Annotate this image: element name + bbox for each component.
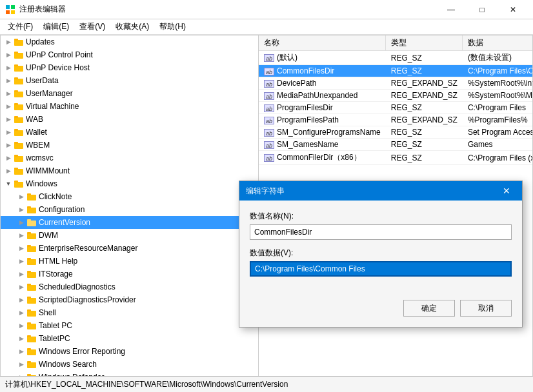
expand-icon[interactable]: ▶ — [16, 256, 26, 266]
reg-type-icon: ab — [264, 104, 274, 112]
expand-icon[interactable]: ▶ — [16, 359, 26, 369]
tree-item-label: EnterpriseResourceManager — [39, 244, 137, 253]
svg-rect-0 — [6, 5, 10, 9]
reg-data: C:\Program Files (x86)\Common Files — [463, 151, 532, 165]
tree-item-userdata[interactable]: ▶UserData — [1, 74, 258, 87]
tree-item-windows-defender[interactable]: ▶Windows Defender — [1, 371, 258, 376]
expand-icon[interactable]: ▶ — [3, 101, 14, 112]
expand-icon[interactable]: ▶ — [16, 372, 26, 376]
tree-item-upnp-device[interactable]: ▶UPnP Device Host — [1, 61, 258, 74]
tree-item-tablet-pc[interactable]: ▶Tablet PC — [1, 319, 258, 332]
expand-icon[interactable]: ▶ — [3, 114, 14, 124]
folder-icon — [26, 205, 37, 214]
menu-view[interactable]: 查看(V) — [74, 20, 110, 34]
tree-item-clicknote[interactable]: ▶ClickNote — [1, 190, 258, 203]
svg-rect-47 — [27, 309, 31, 311]
menu-favorites[interactable]: 收藏夹(A) — [110, 20, 154, 34]
table-row[interactable]: abMediaPathUnexpandedREG_EXPAND_SZ%Syste… — [259, 90, 532, 102]
expand-icon[interactable]: ▶ — [16, 204, 26, 215]
close-button[interactable]: ✕ — [498, 0, 528, 19]
svg-rect-4 — [14, 40, 23, 46]
expand-icon[interactable]: ▶ — [16, 243, 26, 253]
tree-item-html-help[interactable]: ▶HTML Help — [1, 255, 258, 268]
tree-item-configuration[interactable]: ▶Configuration — [1, 203, 258, 216]
svg-rect-23 — [14, 155, 18, 157]
expand-icon[interactable]: ▶ — [3, 166, 14, 176]
table-row[interactable]: abCommonFilesDirREG_SZC:\Program Files\C… — [259, 65, 532, 77]
tree-item-dwm[interactable]: ▶DWM — [1, 229, 258, 242]
name-input[interactable] — [250, 224, 512, 240]
reg-name: abSM_ConfigureProgramsName — [259, 126, 386, 139]
expand-icon[interactable]: ▶ — [3, 50, 14, 60]
folder-icon — [26, 308, 37, 317]
dialog-close-button[interactable]: ✕ — [498, 182, 516, 200]
tree-item-wcmsvc[interactable]: ▶wcmsvc — [1, 152, 258, 164]
table-row[interactable]: abDevicePathREG_EXPAND_SZ%SystemRoot%\in… — [259, 77, 532, 90]
tree-item-scripteddiagnosticsprovider[interactable]: ▶ScriptedDiagnosticsProvider — [1, 293, 258, 306]
cancel-button[interactable]: 取消 — [460, 300, 512, 317]
svg-rect-2 — [6, 10, 10, 14]
svg-rect-18 — [14, 130, 23, 136]
expand-icon[interactable]: ▶ — [3, 153, 14, 163]
tree-item-enterpriseresourcemanager[interactable]: ▶EnterpriseResourceManager — [1, 242, 258, 255]
expand-icon[interactable]: ▶ — [16, 230, 26, 240]
expand-icon[interactable]: ▶ — [3, 127, 14, 137]
expand-icon[interactable]: ▶ — [16, 282, 26, 292]
tree-pane[interactable]: ▶Updates▶UPnP Control Point▶UPnP Device … — [1, 35, 259, 376]
tree-item-tabletpc[interactable]: ▶TabletPC — [1, 332, 258, 345]
expand-icon[interactable]: ▶ — [16, 217, 26, 228]
table-row[interactable]: abCommonFilerDir（x86）REG_SZC:\Program Fi… — [259, 151, 532, 165]
table-row[interactable]: abSM_GamesNameREG_SZGames — [259, 139, 532, 151]
table-row[interactable]: abProgramFilesPathREG_EXPAND_SZ%ProgramF… — [259, 114, 532, 126]
table-row[interactable]: abProgramFilesDirREG_SZC:\Program Files — [259, 102, 532, 114]
edit-string-dialog[interactable]: 编辑字符串 ✕ 数值名称(N): 数值数据(V): 确定 取消 — [239, 181, 523, 328]
folder-icon — [26, 270, 37, 279]
tree-item-label: WAB — [26, 115, 43, 124]
tree-item-windows-search[interactable]: ▶Windows Search — [1, 358, 258, 371]
tree-item-label: Windows Search — [39, 360, 97, 369]
svg-rect-22 — [14, 156, 23, 162]
tree-item-scheduleddiagnostics[interactable]: ▶ScheduledDiagnostics — [1, 280, 258, 293]
minimize-button[interactable]: — — [436, 0, 466, 19]
expand-icon[interactable]: ▶ — [3, 75, 14, 86]
expand-icon[interactable]: ▶ — [16, 346, 26, 357]
tree-item-updates[interactable]: ▶Updates — [1, 35, 258, 48]
expand-icon[interactable]: ▶ — [16, 333, 26, 344]
tree-item-wimmount[interactable]: ▶WIMMMount — [1, 164, 258, 177]
tree-item-shell[interactable]: ▶Shell — [1, 306, 258, 319]
menu-help[interactable]: 帮助(H) — [154, 20, 191, 34]
expand-icon[interactable]: ▶ — [16, 191, 26, 202]
expand-icon[interactable]: ▶ — [3, 140, 14, 150]
tree-item-itstorage[interactable]: ▶ITStorage — [1, 268, 258, 280]
tree-item-virtual-machine[interactable]: ▶Virtual Machine — [1, 100, 258, 113]
data-input[interactable] — [250, 261, 512, 277]
expand-icon[interactable]: ▶ — [16, 295, 26, 305]
folder-icon — [14, 76, 24, 85]
table-row[interactable]: abSM_ConfigureProgramsNameREG_SZSet Prog… — [259, 126, 532, 139]
tree-item-wbem[interactable]: ▶WBEM — [1, 139, 258, 152]
col-data: 数据 — [463, 35, 532, 51]
tree-item-upnp-control[interactable]: ▶UPnP Control Point — [1, 48, 258, 61]
tree-item-label: UPnP Control Point — [26, 50, 93, 59]
menu-edit[interactable]: 编辑(E) — [38, 20, 74, 34]
svg-rect-33 — [27, 219, 31, 221]
ok-button[interactable]: 确定 — [403, 300, 455, 317]
expand-icon[interactable]: ▼ — [3, 179, 14, 189]
maximize-button[interactable]: □ — [467, 0, 497, 19]
tree-item-wallet[interactable]: ▶Wallet — [1, 126, 258, 139]
svg-rect-11 — [14, 77, 18, 79]
tree-item-windows-error-reporting[interactable]: ▶Windows Error Reporting — [1, 345, 258, 358]
menu-file[interactable]: 文件(F) — [3, 20, 38, 34]
expand-icon[interactable]: ▶ — [16, 320, 26, 331]
expand-icon[interactable]: ▶ — [3, 37, 14, 47]
tree-item-currentversion[interactable]: ▶CurrentVersion — [1, 216, 258, 229]
tree-item-wab[interactable]: ▶WAB — [1, 113, 258, 126]
table-row[interactable]: ab(默认)REG_SZ(数值未设置) — [259, 51, 532, 65]
tree-item-usermanager[interactable]: ▶UserManager — [1, 87, 258, 100]
folder-icon — [26, 360, 37, 369]
expand-icon[interactable]: ▶ — [16, 269, 26, 279]
tree-item-windows[interactable]: ▼Windows — [1, 177, 258, 190]
expand-icon[interactable]: ▶ — [3, 88, 14, 99]
expand-icon[interactable]: ▶ — [3, 63, 14, 73]
expand-icon[interactable]: ▶ — [16, 308, 26, 318]
